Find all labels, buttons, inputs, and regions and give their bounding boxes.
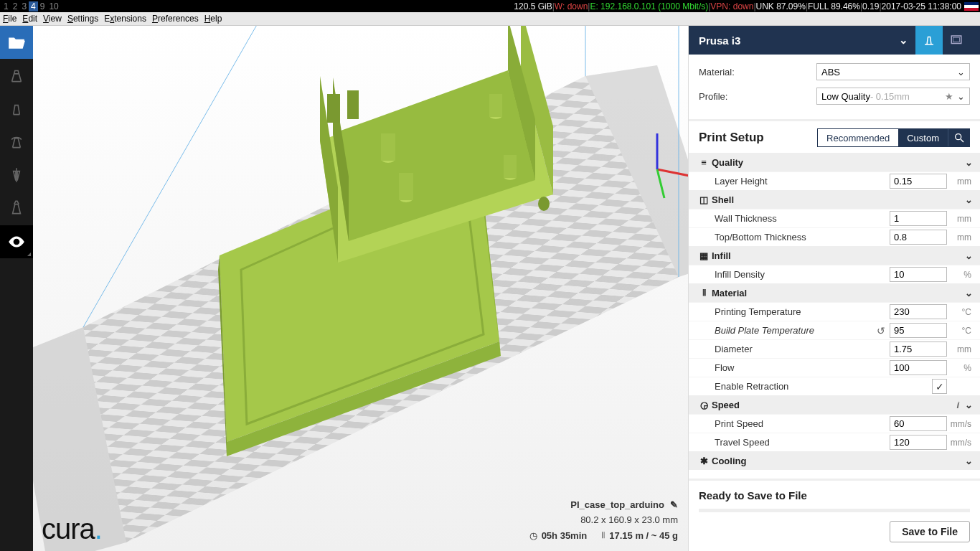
print-speed-input[interactable] — [890, 416, 947, 431]
category-quality[interactable]: ≡Quality⌄ — [689, 153, 980, 171]
mode-recommended[interactable]: Recommended — [818, 129, 898, 146]
reset-icon[interactable]: ↺ — [877, 325, 890, 336]
menu-view[interactable]: View — [43, 14, 62, 24]
view-mode-button[interactable] — [0, 225, 33, 258]
bed-temp-input[interactable] — [890, 323, 947, 338]
tab-monitor[interactable] — [943, 26, 970, 55]
chevron-down-icon: ⌄ — [965, 456, 973, 466]
chevron-down-icon: ⌄ — [899, 34, 908, 47]
material-select[interactable]: ABS ⌄ — [816, 63, 970, 80]
wall-thickness-input[interactable] — [890, 211, 947, 226]
chevron-down-icon: ⌄ — [957, 91, 965, 102]
statusbar: 1 2 3 4 9 10 120.5 GiB |W: down |E: 192.… — [0, 0, 980, 12]
menu-help[interactable]: Help — [204, 14, 222, 24]
svg-line-39 — [961, 139, 963, 142]
net-e-speed: (1000 Mbit/s) — [658, 1, 708, 11]
svg-point-1 — [14, 239, 20, 245]
workspace-1[interactable]: 1 — [1, 1, 11, 11]
category-material[interactable]: ⦀Material⌄ — [689, 283, 980, 302]
workspace-9[interactable]: 9 — [38, 1, 47, 11]
viewport-3d[interactable]: cura. PI_case_top_arduino ✎ 80.2 x 160.9… — [33, 26, 688, 551]
print-speed-label: Print Speed — [715, 418, 890, 429]
menu-preferences[interactable]: Preferences — [152, 14, 199, 24]
progress-bar — [699, 509, 970, 512]
category-cooling[interactable]: ✱Cooling⌄ — [689, 451, 980, 470]
net-w: down — [567, 1, 588, 11]
unk-pct: UNK 87.09% — [756, 1, 806, 11]
workspace-3[interactable]: 3 — [19, 1, 29, 11]
menu-edit[interactable]: Edit — [22, 14, 37, 24]
menu-extensions[interactable]: Extensions — [104, 14, 146, 24]
toolbar — [0, 26, 33, 551]
print-temp-input[interactable] — [890, 304, 947, 319]
workspace-4[interactable]: 4 — [29, 1, 38, 11]
open-file-button[interactable] — [0, 26, 33, 59]
flow-label: Flow — [715, 362, 890, 373]
travel-speed-label: Travel Speed — [715, 437, 890, 448]
speed-icon: ◶ — [696, 400, 712, 410]
layer-height-input[interactable] — [890, 174, 947, 189]
svg-rect-30 — [504, 155, 517, 178]
tab-print-settings[interactable] — [915, 26, 943, 55]
workspace-2[interactable]: 2 — [11, 1, 20, 11]
scale-tool[interactable] — [0, 92, 33, 125]
topbottom-input[interactable] — [890, 230, 947, 245]
model-info: PI_case_top_arduino ✎ 80.2 x 160.9 x 23.… — [529, 499, 678, 541]
slice-status: Ready to Save to File — [699, 489, 970, 501]
svg-rect-37 — [953, 37, 960, 42]
info-icon[interactable]: i — [956, 400, 959, 410]
pencil-icon[interactable]: ✎ — [670, 499, 678, 510]
category-infill[interactable]: ▦Infill⌄ — [689, 246, 980, 265]
clock-icon: ◷ — [529, 530, 537, 541]
printer-selector[interactable]: Prusa i3 ⌄ — [689, 26, 980, 55]
print-time: 05h 35min — [542, 530, 588, 541]
infill-density-label: Infill Density — [715, 269, 890, 280]
infill-density-input[interactable] — [890, 267, 947, 282]
infill-icon: ▦ — [696, 250, 712, 261]
fan-icon: ✱ — [696, 456, 712, 466]
rotate-tool[interactable] — [0, 125, 33, 158]
filament-usage: 17.15 m / ~ 45 g — [609, 530, 678, 541]
retraction-checkbox[interactable]: ✓ — [932, 379, 947, 394]
save-to-file-button[interactable]: Save to File — [890, 521, 970, 542]
layer-height-label: Layer Height — [715, 176, 890, 187]
shell-icon: ◫ — [696, 194, 712, 205]
diameter-input[interactable] — [890, 342, 947, 357]
chevron-down-icon: ⌄ — [965, 250, 973, 261]
category-speed[interactable]: ◶Speedi⌄ — [689, 395, 980, 414]
retraction-label: Enable Retraction — [715, 381, 932, 392]
chevron-down-icon: ⌄ — [957, 67, 965, 77]
per-model-tool[interactable] — [0, 191, 33, 224]
material-label: Material: — [699, 67, 816, 77]
mirror-tool[interactable] — [0, 158, 33, 191]
chevron-down-icon: ⌄ — [965, 194, 973, 205]
menu-settings[interactable]: Settings — [67, 14, 98, 24]
diameter-label: Diameter — [715, 344, 890, 354]
star-icon[interactable]: ★ — [945, 91, 953, 102]
search-settings-button[interactable] — [948, 129, 969, 146]
category-shell[interactable]: ◫Shell⌄ — [689, 190, 980, 209]
flag-icon[interactable] — [964, 2, 979, 11]
bed-temp-label: Build Plate Temperature — [715, 325, 877, 336]
mode-custom[interactable]: Custom — [898, 129, 948, 146]
svg-rect-32 — [489, 94, 502, 117]
menu-file[interactable]: File — [3, 14, 17, 24]
svg-point-35 — [538, 197, 550, 211]
menubar: File Edit View Settings Extensions Prefe… — [0, 12, 980, 26]
settings-panel: Prusa i3 ⌄ Material: ABS ⌄ Profile: Low … — [688, 26, 980, 551]
travel-speed-input[interactable] — [890, 435, 947, 450]
model-dims: 80.2 x 160.9 x 23.0 mm — [529, 514, 678, 525]
profile-select[interactable]: Low Quality - 0.15mm ★ ⌄ — [816, 88, 970, 105]
svg-rect-28 — [399, 173, 413, 200]
profile-label: Profile: — [699, 91, 816, 102]
topbottom-label: Top/Bottom Thickness — [715, 232, 890, 242]
flow-input[interactable] — [890, 360, 947, 375]
load-avg: 0.19 — [862, 1, 879, 11]
printer-name: Prusa i3 — [699, 34, 740, 47]
move-tool[interactable] — [0, 59, 33, 92]
print-temp-label: Printing Temperature — [715, 306, 890, 317]
material-icon: ⦀ — [696, 287, 712, 298]
vpn-status: down — [733, 1, 754, 11]
workspace-10[interactable]: 10 — [47, 1, 60, 11]
datetime: 2017-03-25 11:38:00 — [882, 1, 961, 11]
